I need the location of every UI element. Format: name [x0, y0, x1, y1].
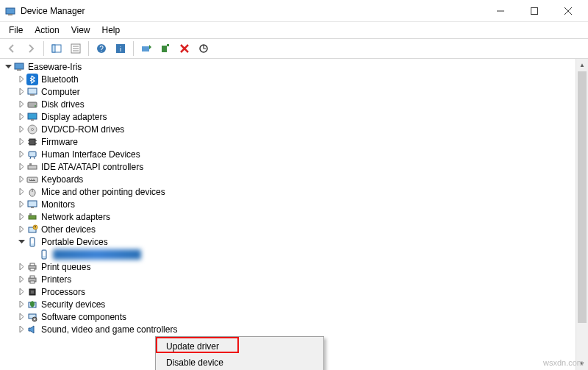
svg-rect-27 [28, 113, 37, 119]
tree-node-label: Other devices [41, 224, 96, 235]
tree-node-label: Disk drives [41, 99, 85, 110]
close-button[interactable] [551, 0, 585, 22]
context-update-driver[interactable]: Update driver [157, 338, 322, 355]
tree-node[interactable]: Keyboards [0, 173, 575, 185]
tree-node-label: Mice and other pointing devices [41, 187, 165, 197]
svg-text:?: ? [99, 45, 104, 53]
svg-rect-64 [31, 291, 34, 293]
tree-node[interactable]: Print queues [0, 260, 575, 273]
svg-rect-3 [531, 7, 538, 14]
tree-node-label: Keyboards [41, 174, 83, 185]
tree-node[interactable]: Bluetooth [0, 73, 575, 85]
collapse-icon[interactable] [3, 62, 13, 72]
expand-icon[interactable] [16, 212, 26, 222]
toolbar-separator [88, 41, 89, 56]
tree-node[interactable]: ?Other devices [0, 223, 575, 235]
expand-icon[interactable] [16, 87, 26, 97]
tree-node[interactable]: Monitors [0, 198, 575, 210]
tree-root[interactable]: Easeware-Iris [0, 60, 575, 73]
svg-rect-1 [8, 14, 12, 15]
bluetooth-icon [26, 74, 38, 85]
menu-action[interactable]: Action [29, 24, 65, 37]
tree-node-label: Software components [41, 312, 126, 322]
device-tree[interactable]: Easeware-Iris BluetoothComputerDisk driv… [0, 59, 575, 370]
help-button[interactable]: ? [93, 40, 110, 57]
scan-hardware-toolbar-button[interactable] [195, 40, 212, 57]
expand-icon[interactable] [16, 287, 26, 297]
tree-node-label: Computer [41, 87, 80, 97]
computer-icon [26, 86, 38, 98]
tree-node[interactable]: Network adapters [0, 210, 575, 223]
expand-icon[interactable] [16, 162, 26, 172]
svg-rect-17 [162, 46, 167, 52]
menu-view[interactable]: View [65, 24, 96, 37]
svg-text:i: i [120, 46, 121, 53]
expand-icon[interactable] [16, 224, 26, 235]
tree-node[interactable]: Computer [0, 85, 575, 98]
svg-text:?: ? [35, 225, 37, 230]
update-driver-toolbar-button[interactable] [137, 40, 155, 57]
expand-icon[interactable] [16, 187, 26, 197]
forward-button [22, 40, 40, 57]
minimize-button[interactable] [484, 0, 517, 22]
expand-icon[interactable] [16, 124, 26, 135]
tree-node[interactable]: Mice and other pointing devices [0, 185, 575, 198]
expand-icon[interactable] [16, 174, 26, 185]
portable-device-icon [38, 249, 50, 260]
tree-node[interactable]: Disk drives [0, 98, 575, 110]
tree-node[interactable]: Processors [0, 285, 575, 298]
tree-node[interactable]: Portable Devices [0, 235, 575, 248]
svg-rect-59 [30, 268, 35, 271]
menu-file[interactable]: File [3, 24, 29, 37]
tree-node-label: IDE ATA/ATAPI controllers [41, 162, 143, 172]
expand-icon[interactable] [16, 137, 26, 147]
expand-icon[interactable] [16, 274, 26, 285]
expand-icon[interactable] [16, 299, 26, 310]
expand-icon[interactable] [16, 99, 26, 110]
tree-node-selected-device[interactable] [0, 248, 575, 260]
svg-rect-21 [17, 69, 21, 71]
tree-node[interactable]: Software components [0, 310, 575, 323]
expand-icon[interactable] [16, 149, 26, 160]
scroll-thumb[interactable] [578, 71, 587, 323]
disable-device-toolbar-button[interactable] [176, 40, 193, 57]
tree-node[interactable]: Display adapters [0, 110, 575, 123]
properties-button[interactable] [67, 40, 85, 57]
scroll-up-button[interactable]: ▲ [576, 59, 588, 71]
context-disable-device[interactable]: Disable device [157, 355, 322, 370]
tree-node[interactable]: Human Interface Devices [0, 148, 575, 160]
tree-node[interactable]: IDE ATA/ATAPI controllers [0, 160, 575, 173]
svg-rect-18 [167, 44, 169, 46]
device-manager-icon [4, 5, 16, 17]
scroll-track[interactable] [576, 71, 588, 357]
svg-rect-7 [52, 45, 55, 52]
toolbar-separator [133, 41, 134, 56]
uninstall-device-toolbar-button[interactable] [157, 40, 174, 57]
tree-node[interactable]: DVD/CD-ROM drives [0, 123, 575, 135]
tree-node[interactable]: Printers [0, 273, 575, 285]
tree-node[interactable]: Firmware [0, 135, 575, 148]
tree-node-label: Print queues [41, 262, 90, 272]
tree-node[interactable]: Security devices [0, 298, 575, 310]
tree-node-label: DVD/CD-ROM drives [41, 124, 124, 135]
svg-rect-0 [6, 8, 15, 14]
svg-rect-23 [28, 88, 37, 94]
expand-icon[interactable] [16, 262, 26, 272]
vertical-scrollbar[interactable]: ▲ ▼ [576, 59, 588, 370]
show-hide-console-button[interactable] [48, 40, 65, 57]
expand-icon[interactable] [16, 312, 26, 322]
svg-point-68 [34, 319, 35, 320]
expand-icon[interactable] [16, 74, 26, 85]
menu-help[interactable]: Help [96, 24, 126, 37]
svg-rect-49 [29, 213, 32, 216]
expand-icon[interactable] [16, 112, 26, 122]
collapse-icon[interactable] [16, 237, 26, 247]
expand-icon[interactable] [16, 324, 26, 335]
expand-icon[interactable] [16, 199, 26, 210]
maximize-button[interactable] [517, 0, 551, 22]
security-icon [26, 299, 38, 310]
action-button[interactable]: i [112, 40, 129, 57]
svg-rect-42 [33, 179, 35, 179]
svg-rect-37 [28, 166, 37, 169]
tree-node[interactable]: Sound, video and game controllers [0, 323, 575, 335]
